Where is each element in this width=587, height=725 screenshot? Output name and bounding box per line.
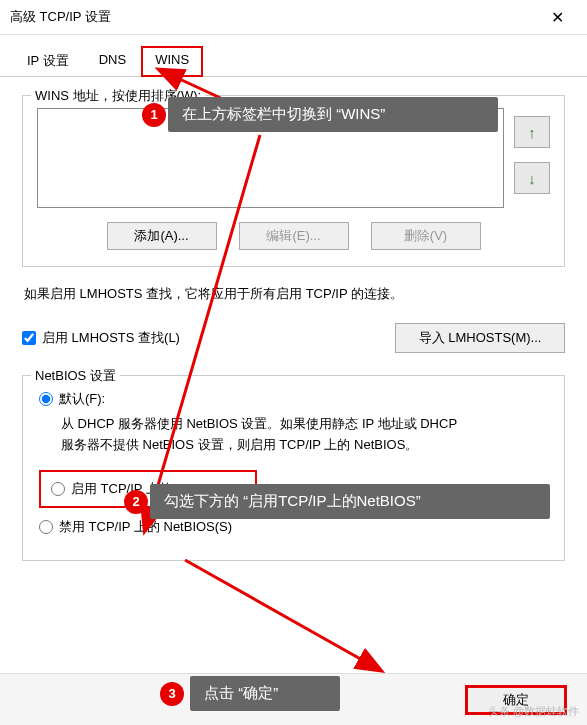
window-title: 高级 TCP/IP 设置 [10,8,537,26]
callout-1-text: 在上方标签栏中切换到 “WINS” [182,105,385,124]
tab-bar: IP 设置 DNS WINS [0,35,587,77]
callout-3: 3 点击 “确定” [190,676,340,711]
netbios-default-label: 默认(F): [59,390,105,408]
edit-button[interactable]: 编辑(E)... [239,222,349,250]
netbios-disable-label: 禁用 TCP/IP 上的 NetBIOS(S) [59,518,232,536]
enable-lmhosts-checkbox[interactable] [22,331,36,345]
netbios-disable-radio[interactable] [39,520,53,534]
callout-3-text: 点击 “确定” [204,684,278,703]
callout-1: 1 在上方标签栏中切换到 “WINS” [168,97,498,132]
netbios-group-label: NetBIOS 设置 [31,367,120,385]
netbios-default-row[interactable]: 默认(F): [39,390,548,408]
netbios-disable-row[interactable]: 禁用 TCP/IP 上的 NetBIOS(S) [39,518,548,536]
add-button[interactable]: 添加(A)... [107,222,217,250]
enable-lmhosts-row[interactable]: 启用 LMHOSTS 查找(L) [22,329,180,347]
move-up-button[interactable]: ↑ [514,116,550,148]
watermark: 头条 @数据蛙软件 [488,704,579,719]
enable-lmhosts-label: 启用 LMHOSTS 查找(L) [42,329,180,347]
callout-1-num: 1 [142,103,166,127]
callout-3-num: 3 [160,682,184,706]
close-icon[interactable]: ✕ [537,2,577,32]
tab-wins[interactable]: WINS [141,46,203,77]
callout-2: 2 勾选下方的 “启用TCP/IP上的NetBIOS” [150,484,550,519]
callout-2-text: 勾选下方的 “启用TCP/IP上的NetBIOS” [164,492,421,511]
tab-ip[interactable]: IP 设置 [12,45,84,76]
titlebar: 高级 TCP/IP 设置 ✕ [0,0,587,35]
lmhosts-desc: 如果启用 LMHOSTS 查找，它将应用于所有启用 TCP/IP 的连接。 [24,285,563,303]
import-lmhosts-button[interactable]: 导入 LMHOSTS(M)... [395,323,565,353]
netbios-default-radio[interactable] [39,392,53,406]
netbios-group: NetBIOS 设置 默认(F): 从 DHCP 服务器使用 NetBIOS 设… [22,375,565,561]
svg-line-2 [185,560,380,670]
netbios-enable-radio[interactable] [51,482,65,496]
netbios-default-desc: 从 DHCP 服务器使用 NetBIOS 设置。如果使用静态 IP 地址或 DH… [61,414,548,456]
move-down-button[interactable]: ↓ [514,162,550,194]
remove-button[interactable]: 删除(V) [371,222,481,250]
callout-2-num: 2 [124,490,148,514]
tab-dns[interactable]: DNS [84,45,141,76]
